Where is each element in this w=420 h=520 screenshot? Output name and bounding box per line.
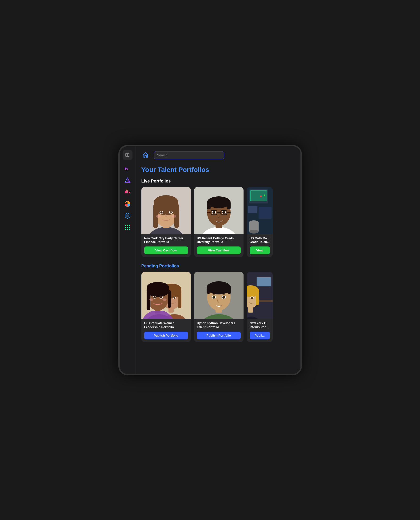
svg-marker-13 (126, 214, 129, 217)
fx-icon: fx (124, 166, 131, 172)
svg-point-107 (223, 285, 229, 291)
portfolio-card-body-us-diversity: US Recent College Grads Diversity Portfo… (194, 234, 244, 257)
svg-point-53 (223, 211, 225, 213)
main-content: Your Talent Portfolios Live Portfolios (136, 146, 300, 374)
svg-rect-20 (125, 229, 126, 230)
arrow-right-icon (125, 153, 130, 157)
portfolio-card-nyc-interns: New York C...Interns Por... Publi... (247, 272, 273, 342)
page-title: Your Talent Portfolios (142, 166, 295, 174)
portfolio-image-tech (247, 187, 273, 234)
svg-rect-7 (129, 192, 130, 193)
device-inner: fx (120, 146, 300, 374)
svg-rect-77 (178, 292, 181, 308)
svg-rect-124 (256, 291, 259, 305)
svg-rect-21 (127, 229, 128, 230)
svg-point-92 (153, 296, 156, 298)
device-frame: fx (118, 145, 302, 375)
portfolio-card-body-python-devs: Hybrid Python Developers Talent Portfoli… (194, 319, 244, 342)
svg-rect-65 (259, 207, 271, 219)
live-portfolio-grid: New York City Early Career Finance Portf… (142, 187, 295, 257)
svg-point-93 (160, 296, 162, 298)
grid-icon (124, 224, 131, 230)
portfolio-card-us-math: US Math Ma...Grads Talen... View (247, 187, 273, 257)
view-button-us-math[interactable]: View (250, 246, 270, 254)
home-button[interactable] (142, 151, 150, 159)
svg-rect-117 (257, 277, 271, 286)
hex-icon (124, 213, 131, 219)
view-cashflow-button-us-diversity[interactable]: View Cashflow (197, 246, 241, 254)
search-input[interactable] (154, 151, 224, 159)
pending-portfolios-header: Pending Portfolios (142, 264, 295, 268)
svg-point-89 (147, 282, 169, 292)
publish-button-python-devs[interactable]: Publish Portfolio (197, 332, 241, 339)
portfolio-image-woman1 (142, 187, 191, 234)
svg-point-82 (173, 297, 175, 299)
svg-rect-15 (127, 225, 128, 226)
svg-rect-88 (168, 290, 171, 308)
sidebar-item-target[interactable] (123, 187, 133, 197)
header (142, 151, 295, 159)
portfolio-title-python-devs: Hybrid Python Developers Talent Portfoli… (197, 321, 241, 329)
sidebar-nav-button[interactable] (123, 150, 133, 160)
portfolio-card-body-nyc-finance: New York City Early Career Finance Portf… (142, 234, 191, 257)
sidebar-item-grid[interactable] (123, 223, 133, 232)
svg-point-113 (213, 297, 215, 298)
target-icon (124, 189, 131, 195)
svg-rect-22 (129, 229, 130, 230)
svg-point-70 (264, 194, 265, 196)
portfolio-card-us-women: US Graduate Women Leadership Portfolio P… (142, 272, 191, 342)
sidebar-item-hex[interactable] (123, 211, 133, 221)
svg-rect-16 (129, 225, 130, 226)
view-cashflow-button-nyc-finance[interactable]: View Cashflow (144, 246, 188, 254)
svg-point-126 (251, 297, 253, 299)
portfolio-card-body-us-women: US Graduate Women Leadership Portfolio P… (142, 319, 191, 342)
portfolio-card-us-diversity: US Recent College Grads Diversity Portfo… (194, 187, 244, 257)
svg-rect-39 (142, 187, 191, 234)
svg-rect-64 (248, 206, 257, 213)
svg-point-114 (223, 297, 225, 298)
portfolio-image-factory (247, 272, 273, 319)
svg-rect-47 (208, 201, 229, 206)
portfolio-title-us-women: US Graduate Women Leadership Portfolio (144, 321, 188, 329)
portfolio-card-python-devs: Hybrid Python Developers Talent Portfoli… (194, 272, 244, 342)
pending-portfolio-grid: US Graduate Women Leadership Portfolio P… (142, 272, 295, 342)
svg-point-94 (149, 298, 153, 301)
portfolio-title-nyc-interns: New York C...Interns Por... (250, 321, 270, 329)
portfolio-image-women-group (142, 272, 191, 319)
sidebar-item-fx[interactable]: fx (123, 164, 133, 174)
chart-icon (124, 201, 131, 207)
svg-point-69 (260, 195, 262, 197)
publish-button-us-women[interactable]: Publish Portfolio (144, 332, 188, 339)
svg-rect-6 (127, 190, 128, 193)
sidebar-item-chart[interactable] (123, 199, 133, 209)
svg-point-108 (217, 283, 221, 288)
home-icon (142, 152, 149, 159)
prism-icon (124, 177, 131, 183)
portfolio-title-nyc-finance: New York City Early Career Finance Portf… (144, 236, 188, 244)
live-portfolios-header: Live Portfolios (142, 179, 295, 184)
sidebar: fx (120, 146, 136, 374)
portfolio-title-us-math: US Math Ma...Grads Talen... (250, 236, 270, 244)
portfolio-card-nyc-finance: New York City Early Career Finance Portf… (142, 187, 191, 257)
svg-rect-19 (129, 227, 130, 228)
svg-line-3 (125, 178, 128, 183)
svg-rect-0 (126, 153, 129, 157)
portfolio-title-us-diversity: US Recent College Grads Diversity Portfo… (197, 236, 241, 244)
sidebar-item-prism[interactable] (123, 175, 133, 185)
svg-rect-17 (125, 227, 126, 228)
svg-text:fx: fx (125, 167, 128, 171)
svg-rect-18 (127, 227, 128, 228)
svg-point-52 (213, 211, 215, 213)
publish-button-nyc-interns[interactable]: Publi... (250, 332, 270, 339)
svg-point-59 (215, 221, 222, 223)
svg-point-95 (162, 298, 167, 301)
svg-point-10 (126, 190, 127, 191)
portfolio-card-body-us-math: US Math Ma...Grads Talen... View (247, 234, 273, 257)
portfolio-card-body-nyc-interns: New York C...Interns Por... Publi... (247, 319, 273, 342)
svg-point-68 (249, 230, 259, 234)
portfolio-image-man1 (194, 187, 244, 234)
portfolio-image-man2 (194, 272, 244, 319)
svg-rect-14 (125, 225, 126, 226)
svg-rect-5 (125, 191, 127, 193)
